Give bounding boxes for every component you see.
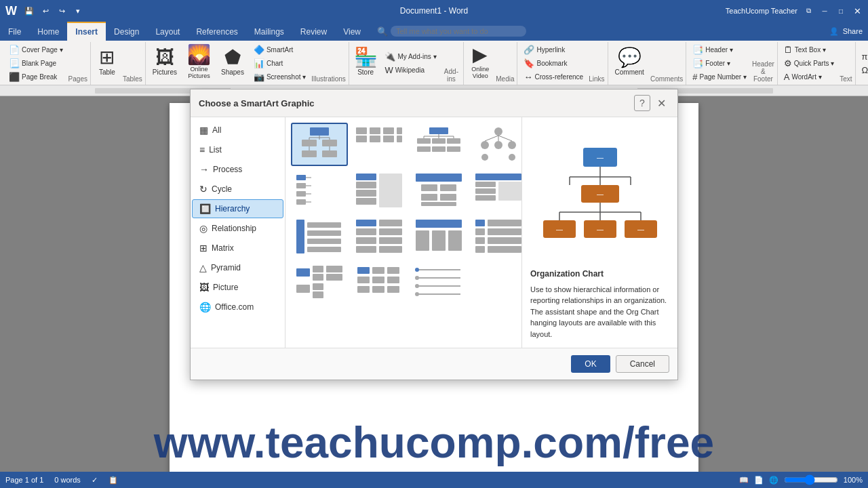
share-button[interactable]: Share bbox=[843, 27, 863, 35]
tab-view[interactable]: View bbox=[335, 22, 369, 41]
grid-item-org-chart[interactable] bbox=[291, 123, 348, 166]
category-matrix[interactable]: ⊞ Matrix bbox=[192, 239, 283, 258]
svg-rect-76 bbox=[416, 220, 462, 228]
redo-button[interactable]: ↪ bbox=[55, 4, 68, 18]
category-all[interactable]: ▦ All bbox=[192, 121, 283, 140]
grid-item-4[interactable] bbox=[470, 123, 521, 166]
tab-layout[interactable]: Layout bbox=[147, 22, 188, 41]
tab-mailings[interactable]: Mailings bbox=[246, 22, 292, 41]
category-relationship[interactable]: ◎ Relationship bbox=[192, 219, 283, 238]
quick-parts-button[interactable]: ⚙Quick Parts ▾ bbox=[781, 57, 837, 70]
symbol-button[interactable]: ΩSymbol ▾ bbox=[859, 64, 868, 77]
table-button[interactable]: ⊞ Table bbox=[94, 43, 121, 79]
svg-rect-103 bbox=[387, 277, 399, 283]
dialog-body: ▦ All ≡ List → Process ↻ Cycle bbox=[191, 117, 677, 348]
tab-file[interactable]: File bbox=[0, 22, 29, 41]
group-text: 🗒Text Box ▾ ⚙Quick Parts ▾ AWordArt ▾ Te… bbox=[778, 42, 856, 85]
category-pyramid[interactable]: △ Pyramid bbox=[192, 258, 283, 277]
my-addins-button[interactable]: 🔌My Add-ins ▾ bbox=[381, 50, 439, 63]
text-box-button[interactable]: 🗒Text Box ▾ bbox=[781, 43, 837, 56]
dialog-help-button[interactable]: ? bbox=[634, 95, 650, 111]
grid-item-13[interactable] bbox=[291, 261, 348, 304]
category-process[interactable]: → Process bbox=[192, 160, 283, 179]
proofing-icon[interactable]: ✓ bbox=[92, 476, 98, 485]
blank-page-button[interactable]: 📃Blank Page bbox=[5, 57, 66, 70]
undo-button[interactable]: ↩ bbox=[39, 4, 52, 18]
dialog-close-button[interactable]: ✕ bbox=[653, 95, 669, 111]
footer-button[interactable]: 📑Footer ▾ bbox=[689, 57, 750, 70]
grid-item-8[interactable] bbox=[470, 169, 521, 212]
page-number-button[interactable]: #Page Number ▾ bbox=[689, 70, 750, 83]
customize-qat-button[interactable]: ▾ bbox=[71, 4, 85, 18]
online-video-button[interactable]: ▶OnlineVideo bbox=[467, 43, 494, 79]
svg-rect-21 bbox=[432, 138, 446, 144]
chart-button[interactable]: 📊Chart bbox=[250, 57, 309, 70]
svg-rect-4 bbox=[322, 150, 337, 157]
grid-item-15[interactable] bbox=[410, 261, 467, 304]
grid-item-14[interactable] bbox=[351, 261, 408, 304]
save-button[interactable]: 💾 bbox=[22, 4, 36, 18]
maximize-button[interactable]: □ bbox=[835, 5, 846, 16]
svg-rect-15 bbox=[383, 127, 394, 134]
grid-item-11[interactable] bbox=[410, 215, 467, 258]
grid-item-7[interactable] bbox=[410, 169, 467, 212]
user-name: TeachUcomp Teacher bbox=[726, 7, 797, 15]
category-cycle[interactable]: ↻ Cycle bbox=[192, 180, 283, 199]
header-button[interactable]: 📑Header ▾ bbox=[689, 43, 750, 56]
category-hierarchy[interactable]: 🔲 Hierarchy bbox=[192, 199, 283, 218]
tab-home[interactable]: Home bbox=[29, 22, 67, 41]
read-mode-icon[interactable]: 📖 bbox=[739, 476, 749, 485]
pictures-button[interactable]: 🖼Pictures bbox=[149, 43, 181, 79]
cancel-button[interactable]: Cancel bbox=[616, 355, 669, 373]
svg-point-34 bbox=[481, 154, 488, 161]
page-status: Page 1 of 1 bbox=[5, 476, 43, 484]
tab-insert[interactable]: Insert bbox=[67, 22, 106, 41]
page-break-button[interactable]: ⬛Page Break bbox=[5, 70, 66, 83]
svg-rect-59 bbox=[475, 182, 496, 187]
cross-reference-button[interactable]: ↔Cross-reference bbox=[520, 70, 587, 83]
smartart-button[interactable]: 🔷SmartArt bbox=[250, 43, 309, 56]
grid-item-12[interactable] bbox=[470, 215, 521, 258]
group-header-footer: 📑Header ▾ 📑Footer ▾ #Page Number ▾ Heade… bbox=[686, 42, 778, 85]
grid-item-6[interactable] bbox=[351, 169, 408, 212]
zoom-slider[interactable] bbox=[784, 474, 838, 485]
grid-item-5[interactable] bbox=[291, 169, 348, 212]
close-button[interactable]: ✕ bbox=[852, 5, 863, 16]
svg-rect-14 bbox=[370, 136, 380, 142]
preview-title: Organization Chart bbox=[530, 269, 669, 279]
print-layout-icon[interactable]: 📄 bbox=[754, 476, 764, 485]
restore-down-button[interactable]: ⧉ bbox=[803, 5, 814, 16]
tab-references[interactable]: References bbox=[188, 22, 245, 41]
screenshot-button[interactable]: 📷Screenshot ▾ bbox=[250, 70, 309, 83]
ok-button[interactable]: OK bbox=[571, 355, 610, 373]
tab-design[interactable]: Design bbox=[106, 22, 147, 41]
hyperlink-button[interactable]: 🔗Hyperlink bbox=[520, 43, 587, 56]
category-list[interactable]: ≡ List bbox=[192, 140, 283, 159]
shapes-button[interactable]: ⬟Shapes bbox=[217, 43, 248, 79]
wordart-button[interactable]: AWordArt ▾ bbox=[781, 70, 837, 83]
web-layout-icon[interactable]: 🌐 bbox=[769, 476, 778, 485]
layout-icon[interactable]: 📋 bbox=[108, 476, 118, 485]
equation-button[interactable]: πEquation ▾ bbox=[859, 50, 868, 63]
tell-me-input[interactable] bbox=[391, 26, 526, 37]
svg-rect-0 bbox=[310, 127, 329, 136]
word-count: 0 words bbox=[54, 476, 81, 484]
svg-rect-22 bbox=[447, 138, 460, 144]
grid-item-2[interactable] bbox=[351, 123, 408, 166]
tab-review[interactable]: Review bbox=[292, 22, 335, 41]
cover-page-button[interactable]: 📄Cover Page ▾ bbox=[5, 43, 66, 56]
svg-line-36 bbox=[485, 136, 498, 141]
bookmark-button[interactable]: 🔖Bookmark bbox=[520, 57, 587, 70]
grid-item-10[interactable] bbox=[351, 215, 408, 258]
online-pictures-button[interactable]: 🌄OnlinePictures bbox=[183, 43, 215, 79]
category-picture[interactable]: 🖼 Picture bbox=[192, 278, 283, 297]
minimize-button[interactable]: ─ bbox=[819, 5, 830, 16]
category-office[interactable]: 🌐 Office.com bbox=[192, 298, 283, 317]
grid-item-9[interactable] bbox=[291, 215, 348, 258]
zoom-level: 100% bbox=[844, 476, 863, 484]
svg-rect-87 bbox=[488, 246, 521, 253]
grid-item-3[interactable] bbox=[410, 123, 467, 166]
wikipedia-button[interactable]: WWikipedia bbox=[381, 64, 439, 77]
store-button[interactable]: 🏪Store bbox=[352, 43, 380, 79]
comment-button[interactable]: 💬Comment bbox=[611, 43, 648, 79]
